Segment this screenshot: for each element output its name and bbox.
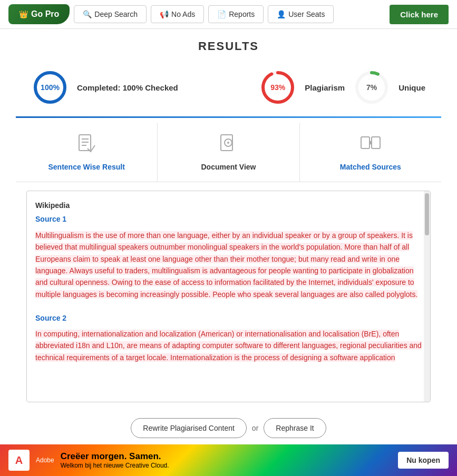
unique-pct: 7% [366,83,377,92]
rephrase-button[interactable]: Rephrase It [264,418,326,438]
stats-row: 100% Completed: 100% Checked 93% Plagiar… [16,64,441,111]
svg-rect-14 [372,137,380,148]
ad-cta-button[interactable]: Nu kopen [398,452,449,469]
svg-point-12 [227,142,229,144]
nav-reports-label: Reports [229,10,255,18]
nav-deep-search-label: Deep Search [94,10,138,18]
nav-reports[interactable]: 📄 Reports [208,5,264,23]
completed-pct: 100% [41,83,60,92]
ad-banner: A Adobe Creëer morgen. Samen. Welkom bij… [0,444,457,476]
unique-circle: 7% [353,69,390,106]
plagiarised-span-2: In computing, internationalization and l… [35,330,422,362]
search-icon: 🔍 [83,10,92,18]
no-ads-icon: 📢 [160,10,169,18]
nav-no-ads[interactable]: 📢 No Ads [151,5,204,23]
results-title: RESULTS [16,39,441,53]
ad-logo: A [8,450,30,471]
or-label: or [252,424,258,432]
document-view-label: Document View [201,163,256,171]
views-row: Sentence Wise Result Document View [16,123,441,182]
result-box[interactable]: Wikipedia Source 1 Multilingualism is th… [27,191,430,402]
sentence-wise-label: Sentence Wise Result [48,163,124,171]
plagiarism-pct: 93% [270,83,285,92]
nav-no-ads-label: No Ads [171,10,195,18]
scrollbar-track[interactable] [424,191,430,402]
matched-sources-icon [360,134,381,158]
nav-user-seats[interactable]: 👤 User Seats [268,5,334,23]
svg-rect-13 [361,137,370,148]
source1-text: Multilingualism is the use of more than … [35,230,422,300]
click-here-button[interactable]: Click here [390,5,449,24]
ad-adobe-brand: Adobe [36,457,54,464]
matched-sources-label: Matched Sources [340,163,401,171]
main-content: RESULTS 100% Completed: 100% Checked 93% [0,29,457,456]
completed-circle: 100% [32,69,69,106]
ad-sub-text: Welkom bij het nieuwe Creative Cloud. [61,462,169,469]
nav-deep-search[interactable]: 🔍 Deep Search [74,5,147,23]
result-box-wrapper: Wikipedia Source 1 Multilingualism is th… [26,191,431,402]
svg-rect-10 [221,135,232,151]
unique-label: Unique [398,83,425,92]
blue-divider [16,116,441,118]
header: Go Pro 🔍 Deep Search 📢 No Ads 📄 Reports … [0,0,457,29]
user-seats-icon: 👤 [277,10,286,18]
plagiarism-stats: 93% Plagiarism 7% Unique [259,69,425,106]
nav-user-seats-label: User Seats [288,10,325,18]
completed-label: Completed: 100% Checked [77,83,178,92]
source1-name: Wikipedia [35,200,422,211]
ad-brand-name: Adobe [36,457,54,464]
ad-text-block: Creëer morgen. Samen. Welkom bij het nie… [61,451,169,469]
source2-label: Source 2 [35,312,422,324]
source1-label: Source 1 [35,213,422,225]
plagiarism-circle: 93% [259,69,296,106]
bottom-actions: Rewrite Plagiarised Content or Rephrase … [16,411,441,445]
sentence-wise-view[interactable]: Sentence Wise Result [16,123,158,182]
matched-sources-view[interactable]: Matched Sources [300,123,441,182]
ad-main-text: Creëer morgen. Samen. [61,451,169,462]
scrollbar-thumb[interactable] [425,193,429,235]
reports-icon: 📄 [217,10,226,18]
plagiarism-label: Plagiarism [305,83,345,92]
sentence-wise-icon [77,134,96,158]
source2-text: In computing, internationalization and l… [35,328,422,363]
document-view[interactable]: Document View [158,123,299,182]
document-view-icon [219,134,238,158]
completed-stat: 100% Completed: 100% Checked [32,69,178,106]
rewrite-button[interactable]: Rewrite Plagiarised Content [131,418,247,438]
go-pro-button[interactable]: Go Pro [8,4,70,24]
plagiarised-span-1: Multilingualism is the use of more than … [35,231,417,299]
